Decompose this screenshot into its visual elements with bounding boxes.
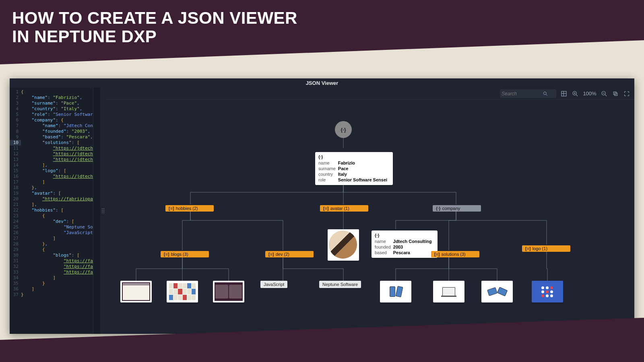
dev-tag[interactable]: [≡]dev (2)	[265, 250, 314, 257]
line-gutter: 1234567891011121314151617181920212223242…	[10, 88, 21, 334]
zoom-in-icon[interactable]	[572, 90, 579, 97]
svg-line-8	[576, 95, 578, 96]
svg-point-0	[543, 92, 546, 95]
code-editor[interactable]: 1234567891011121314151617181920212223242…	[10, 88, 100, 334]
dev-item-neptune[interactable]: Neptune Software	[319, 281, 361, 288]
svg-line-1	[546, 94, 547, 95]
blog-thumb-2[interactable]	[167, 281, 198, 302]
table-icon[interactable]	[560, 90, 568, 97]
blog-thumb-3[interactable]	[213, 281, 244, 302]
blogs-tag[interactable]: [≡]blogs (3)	[161, 250, 209, 257]
root-node[interactable]: {·}	[335, 121, 352, 138]
solution-thumb-1[interactable]	[380, 281, 411, 302]
avatar-tag[interactable]: [≡]avatar (1)	[320, 204, 368, 212]
zoom-level: 100%	[583, 90, 597, 97]
svg-rect-2	[561, 91, 566, 96]
fullscreen-icon[interactable]	[623, 90, 630, 97]
root-object-card[interactable]: {·} nameFabriziosurnamePacecountryItalyr…	[315, 152, 393, 185]
fit-icon[interactable]	[612, 90, 619, 97]
code-lines[interactable]: { "name": "Fabrizio", "surname": "Pace",…	[21, 88, 93, 334]
viewer-pane: 100%	[106, 88, 634, 334]
search-field[interactable]	[500, 89, 556, 98]
solution-thumb-3[interactable]	[481, 281, 513, 302]
pane-splitter[interactable]	[100, 88, 106, 334]
minimap[interactable]	[93, 88, 100, 334]
app-title: JSON Viewer	[10, 78, 634, 88]
logo-tag[interactable]: [≡]logo (1)	[522, 245, 570, 252]
diagram-canvas[interactable]: {·} {·} nameFabriziosurnamePacecountryIt…	[106, 100, 634, 334]
company-tag[interactable]: {·}company	[433, 204, 481, 212]
app-window: JSON Viewer 1234567891011121314151617181…	[10, 78, 634, 334]
search-icon[interactable]	[542, 90, 549, 97]
zoom-out-icon[interactable]	[601, 90, 608, 97]
svg-line-11	[605, 95, 607, 96]
solutions-tag[interactable]: [≡]solutions (3)	[431, 250, 479, 257]
svg-rect-12	[613, 92, 616, 95]
dev-item-js[interactable]: JavaScript	[260, 281, 287, 288]
search-input[interactable]	[502, 91, 542, 97]
viewer-toolbar: 100%	[106, 88, 634, 100]
blog-thumb-1[interactable]	[120, 281, 152, 302]
hobbies-tag[interactable]: [≡]hobbies (2)	[165, 204, 214, 212]
avatar-thumb[interactable]	[328, 229, 359, 261]
company-card[interactable]: {·} nameJdtech Consultingfounded2003base…	[372, 230, 438, 258]
solution-thumb-2[interactable]	[433, 281, 464, 302]
slide-title: HOW TO CREATE A JSON VIEWER IN NEPTUNE D…	[12, 9, 297, 46]
logo-thumb[interactable]	[532, 281, 563, 302]
svg-rect-13	[615, 93, 617, 96]
